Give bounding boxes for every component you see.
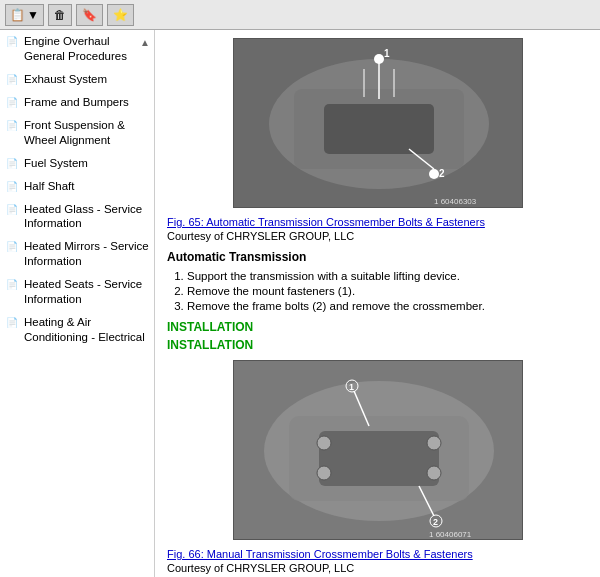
sidebar-item-exhaust[interactable]: 📄 Exhaust System [0,68,154,91]
svg-point-5 [374,54,384,64]
svg-point-20 [427,466,441,480]
fig-66-credit: Courtesy of CHRYSLER GROUP, LLC [167,562,588,574]
fig-65-credit: Courtesy of CHRYSLER GROUP, LLC [167,230,588,242]
sidebar-item-label: Heated Seats - Service Information [24,277,150,307]
svg-point-8 [429,169,439,179]
sidebar-item-frame-bumpers[interactable]: 📄 Frame and Bumpers [0,91,154,114]
sidebar-item-heating-air[interactable]: 📄 Heating & Air Conditioning - Electrica… [0,311,154,349]
fig-65-caption[interactable]: Fig. 65: Automatic Transmission Crossmem… [167,216,588,228]
sidebar-item-label: Half Shaft [24,179,150,194]
sidebar-item-label: Heated Glass - Service Information [24,202,150,232]
page-icon: 📄 [6,316,20,329]
svg-text:1: 1 [349,382,354,392]
svg-point-17 [317,436,331,450]
page-icon: 📄 [6,119,20,132]
bookmark-button[interactable]: 🔖 [76,4,103,26]
step-3: Remove the frame bolts (2) and remove th… [187,300,588,312]
sidebar-item-fuel-system[interactable]: 📄 Fuel System [0,152,154,175]
sidebar-item-label: Engine Overhaul General Procedures [24,34,138,64]
sidebar-item-heated-mirrors[interactable]: 📄 Heated Mirrors - Service Information [0,235,154,273]
page-icon: 📄 [6,35,20,48]
toolbar: 📋 ▼ 🗑 🔖 ⭐ [0,0,600,30]
star-icon: ⭐ [113,8,128,22]
step-1: Support the transmission with a suitable… [187,270,588,282]
sidebar-item-label: Heated Mirrors - Service Information [24,239,150,269]
page-icon: 📄 [6,157,20,170]
sidebar-item-engine-overhaul[interactable]: 📄 Engine Overhaul General Procedures ▲ [0,30,154,68]
section1-title: Automatic Transmission [167,250,588,264]
delete-button[interactable]: 🗑 [48,4,72,26]
page-icon: 📄 [6,73,20,86]
page-icon: 📄 [6,203,20,216]
svg-rect-16 [319,431,439,486]
svg-point-18 [427,436,441,450]
installation-header-2: INSTALLATION [167,338,588,352]
sidebar-item-label: Frame and Bumpers [24,95,150,110]
svg-text:1: 1 [384,48,390,59]
main-layout: 📄 Engine Overhaul General Procedures ▲ 📄… [0,30,600,577]
sidebar-item-label: Fuel System [24,156,150,171]
sidebar-item-label: Exhaust System [24,72,150,87]
svg-text:1 60406303: 1 60406303 [434,197,477,206]
sidebar-item-heated-seats[interactable]: 📄 Heated Seats - Service Information [0,273,154,311]
page-icon: 📄 [6,278,20,291]
delete-icon: 🗑 [54,8,66,22]
content-area[interactable]: 1 2 1 60406303 Fig. 65: Automatic Transm… [155,30,600,577]
figure-65-container: 1 2 1 60406303 [167,38,588,208]
steps-list-1: Support the transmission with a suitable… [187,270,588,312]
svg-text:2: 2 [433,517,438,527]
sidebar[interactable]: 📄 Engine Overhaul General Procedures ▲ 📄… [0,30,155,577]
installation-header-1: INSTALLATION [167,320,588,334]
svg-point-19 [317,466,331,480]
svg-text:1 60406071: 1 60406071 [429,530,472,539]
expand-arrow: ▲ [140,36,150,49]
nav-icon: 📋 [10,8,25,22]
sidebar-item-half-shaft[interactable]: 📄 Half Shaft [0,175,154,198]
figure-65-image: 1 2 1 60406303 [233,38,523,208]
star-button[interactable]: ⭐ [107,4,134,26]
sidebar-item-label: Heating & Air Conditioning - Electrical [24,315,150,345]
dropdown-arrow: ▼ [27,8,39,22]
svg-text:2: 2 [439,168,445,179]
page-icon: 📄 [6,96,20,109]
sidebar-item-front-suspension[interactable]: 📄 Front Suspension & Wheel Alignment [0,114,154,152]
figure-66-container: 1 2 1 60406071 [167,360,588,540]
nav-dropdown[interactable]: 📋 ▼ [5,4,44,26]
svg-rect-3 [324,104,434,154]
figure-66-image: 1 2 1 60406071 [233,360,523,540]
sidebar-item-heated-glass[interactable]: 📄 Heated Glass - Service Information [0,198,154,236]
fig-66-caption[interactable]: Fig. 66: Manual Transmission Crossmember… [167,548,588,560]
step-2: Remove the mount fasteners (1). [187,285,588,297]
sidebar-item-label: Front Suspension & Wheel Alignment [24,118,150,148]
bookmark-icon: 🔖 [82,8,97,22]
page-icon: 📄 [6,240,20,253]
page-icon: 📄 [6,180,20,193]
